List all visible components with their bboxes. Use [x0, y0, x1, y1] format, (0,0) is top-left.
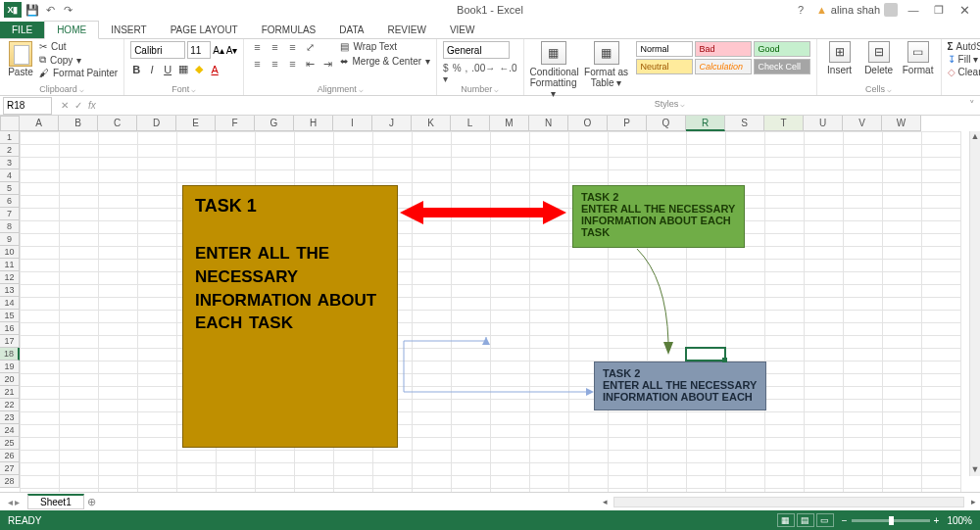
cell-styles-gallery[interactable]: Normal Bad Good Neutral Calculation Chec…: [636, 41, 810, 74]
enter-formula-icon[interactable]: ✓: [74, 100, 82, 111]
align-bottom-icon[interactable]: ≡: [285, 41, 299, 54]
text-box-task2-green[interactable]: TASK 2 ENTER ALL THE NECESSARY INFORMATI…: [572, 185, 745, 248]
style-neutral[interactable]: Neutral: [636, 59, 693, 74]
tab-insert[interactable]: INSERT: [99, 22, 159, 38]
row-header-10[interactable]: 10: [0, 246, 20, 259]
row-header-24[interactable]: 24: [0, 424, 20, 437]
style-bad[interactable]: Bad: [695, 41, 752, 57]
style-calculation[interactable]: Calculation: [695, 59, 752, 74]
clear-button[interactable]: Clear ▾: [948, 67, 980, 77]
elbow-arrow-blue[interactable]: [400, 337, 594, 396]
row-header-21[interactable]: 21: [0, 386, 20, 399]
close-icon[interactable]: ✕: [955, 3, 974, 18]
minimize-icon[interactable]: —: [904, 4, 923, 16]
shrink-font-icon[interactable]: A▾: [226, 45, 238, 56]
font-size-input[interactable]: [187, 41, 211, 59]
row-header-12[interactable]: 12: [0, 271, 20, 284]
italic-button[interactable]: I: [146, 64, 158, 75]
tab-home[interactable]: HOME: [44, 21, 99, 39]
col-header-M[interactable]: M: [490, 116, 529, 131]
col-header-Q[interactable]: Q: [647, 116, 686, 131]
row-header-6[interactable]: 6: [0, 195, 20, 208]
row-header-23[interactable]: 23: [0, 411, 20, 424]
conditional-formatting-button[interactable]: ▦Conditional Formatting ▾: [530, 41, 577, 99]
col-header-A[interactable]: A: [20, 116, 59, 131]
row-header-28[interactable]: 28: [0, 475, 20, 488]
delete-cells-button[interactable]: ⊟Delete: [862, 41, 896, 75]
col-header-G[interactable]: G: [255, 116, 294, 131]
save-icon[interactable]: 💾: [25, 3, 39, 17]
inc-decimal-button[interactable]: .00→: [471, 63, 495, 84]
fill-handle[interactable]: [722, 358, 727, 362]
tab-file[interactable]: FILE: [0, 22, 44, 38]
format-painter-button[interactable]: Format Painter: [39, 68, 118, 78]
row-header-9[interactable]: 9: [0, 233, 20, 246]
horizontal-scrollbar[interactable]: ◂▸: [598, 494, 980, 510]
style-normal[interactable]: Normal: [636, 41, 693, 57]
row-header-3[interactable]: 3: [0, 157, 20, 169]
double-arrow-connector[interactable]: [400, 199, 566, 226]
cancel-formula-icon[interactable]: ✕: [61, 100, 69, 111]
dec-decimal-button[interactable]: ←.0: [499, 63, 516, 84]
row-header-1[interactable]: 1: [0, 131, 20, 144]
row-header-8[interactable]: 8: [0, 220, 20, 233]
vertical-scrollbar[interactable]: ▲ ▼: [969, 131, 980, 476]
sheet-nav-next-icon[interactable]: ▸: [15, 497, 20, 507]
curved-arrow-green[interactable]: [608, 249, 696, 357]
col-header-L[interactable]: L: [451, 116, 490, 131]
sheet-tab-sheet1[interactable]: Sheet1: [27, 494, 84, 509]
select-all-corner[interactable]: [0, 116, 20, 131]
style-good[interactable]: Good: [754, 41, 810, 57]
col-header-U[interactable]: U: [804, 116, 843, 131]
zoom-in-icon[interactable]: +: [934, 515, 940, 526]
new-sheet-button[interactable]: ⊕: [84, 496, 100, 508]
number-format-select[interactable]: [443, 41, 510, 59]
col-header-P[interactable]: P: [608, 116, 647, 131]
copy-button[interactable]: Copy ▾: [39, 54, 118, 66]
align-middle-icon[interactable]: ≡: [268, 41, 281, 54]
paste-button[interactable]: Paste: [6, 41, 35, 78]
zoom-level[interactable]: 100%: [947, 515, 972, 526]
col-header-O[interactable]: O: [568, 116, 608, 131]
col-header-C[interactable]: C: [98, 116, 137, 131]
restore-icon[interactable]: ❐: [929, 4, 949, 17]
comma-button[interactable]: ,: [466, 63, 468, 84]
view-layout-icon[interactable]: ▤: [797, 513, 814, 527]
font-name-input[interactable]: [130, 41, 185, 59]
row-header-16[interactable]: 16: [0, 322, 20, 335]
col-header-E[interactable]: E: [176, 116, 216, 131]
orientation-icon[interactable]: ⤢: [303, 41, 317, 54]
col-header-J[interactable]: J: [372, 116, 412, 131]
bold-button[interactable]: B: [130, 64, 142, 75]
underline-button[interactable]: U: [162, 64, 173, 75]
active-cell[interactable]: [686, 348, 725, 361]
accounting-button[interactable]: $ ▾: [443, 63, 449, 84]
row-header-19[interactable]: 19: [0, 361, 20, 373]
align-center-icon[interactable]: ≡: [268, 58, 281, 71]
row-header-14[interactable]: 14: [0, 297, 20, 310]
row-header-4[interactable]: 4: [0, 169, 20, 182]
insert-cells-button[interactable]: ⊞Insert: [823, 41, 857, 75]
font-color-button[interactable]: A: [209, 64, 220, 75]
row-header-13[interactable]: 13: [0, 284, 20, 297]
row-header-25[interactable]: 25: [0, 437, 20, 450]
tab-view[interactable]: VIEW: [438, 22, 487, 38]
tab-page-layout[interactable]: PAGE LAYOUT: [159, 22, 250, 38]
indent-inc-icon[interactable]: ⇥: [320, 58, 334, 71]
indent-dec-icon[interactable]: ⇤: [303, 58, 317, 71]
row-header-5[interactable]: 5: [0, 182, 20, 195]
zoom-slider[interactable]: − +: [842, 515, 940, 526]
undo-icon[interactable]: ↶: [43, 3, 57, 17]
merge-center-button[interactable]: ⬌ Merge & Center ▾: [340, 56, 430, 67]
tab-review[interactable]: REVIEW: [375, 22, 437, 38]
cut-button[interactable]: Cut: [39, 41, 118, 52]
wrap-text-button[interactable]: ▤ Wrap Text: [340, 41, 430, 52]
row-header-20[interactable]: 20: [0, 373, 20, 386]
border-button[interactable]: ▦: [177, 63, 189, 75]
col-header-T[interactable]: T: [764, 116, 804, 131]
row-header-26[interactable]: 26: [0, 450, 20, 462]
text-box-task2-blue[interactable]: TASK 2 ENTER ALL THE NECESSARY INFORMATI…: [594, 361, 766, 410]
redo-icon[interactable]: ↷: [61, 3, 74, 17]
view-pagebreak-icon[interactable]: ▭: [816, 513, 834, 527]
col-header-W[interactable]: W: [882, 116, 921, 131]
